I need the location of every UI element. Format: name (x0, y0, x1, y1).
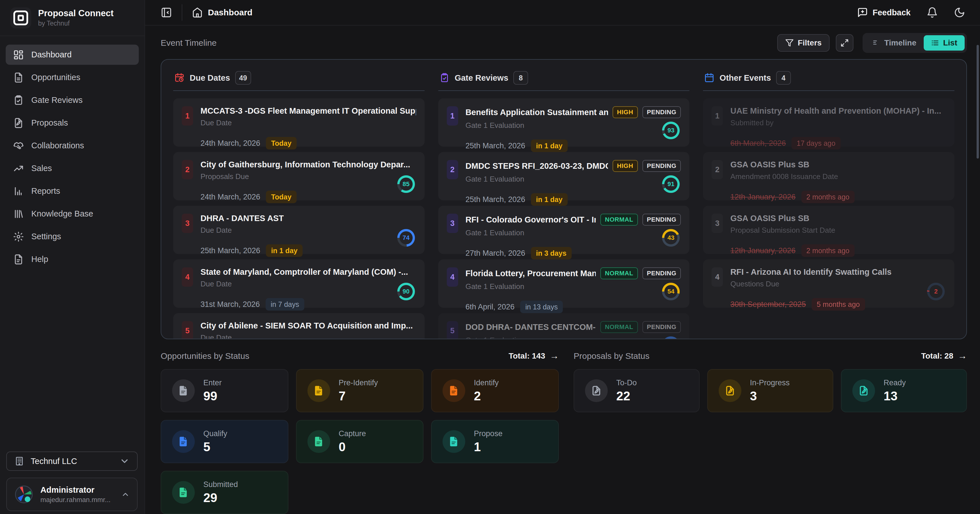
status-card-pre-identify[interactable]: Pre-Identify 7 (296, 369, 424, 412)
progress-ring: 54 (662, 283, 680, 300)
expand-button[interactable] (836, 34, 853, 52)
notifications-button[interactable] (926, 7, 938, 18)
gate-reviews-column: Gate Reviews 8 1 Benefits Application Su… (438, 65, 690, 339)
priority-badge: HIGH (612, 160, 638, 172)
sidebar-item-sales[interactable]: Sales (6, 158, 139, 178)
rank-badge: 2 (182, 160, 193, 179)
opportunities-total-link[interactable]: Total: 143 → (509, 351, 559, 361)
other-event-card[interactable]: 2 GSA OASIS Plus SB Amendment 0008 Issua… (703, 152, 955, 200)
calendar-icon (704, 73, 714, 83)
breadcrumb[interactable]: Dashboard (192, 7, 253, 18)
sidebar-item-help[interactable]: Help (6, 249, 139, 270)
status-card-in-progress[interactable]: In-Progress 3 (707, 369, 833, 412)
rank-badge: 4 (182, 267, 193, 287)
status-card-to-do[interactable]: To-Do 22 (574, 369, 700, 412)
sidebar-item-reports[interactable]: Reports (6, 181, 139, 201)
due-date-card[interactable]: 5 City of Abilene - SIEM SOAR TO Acquisi… (173, 313, 425, 339)
proposals-by-status-section: Proposals by Status Total: 28 → To-Do 22 (574, 351, 967, 514)
timeline-view-label: Timeline (884, 38, 916, 48)
page-scrollbar[interactable] (977, 45, 979, 159)
status-card-propose[interactable]: Propose 1 (431, 420, 559, 463)
status-badge: PENDING (643, 214, 681, 225)
other-event-card[interactable]: 3 GSA OASIS Plus SB Proposal Submission … (703, 206, 955, 254)
status-label: Identify (474, 379, 498, 387)
timeline-view-button[interactable]: Timeline (865, 35, 924, 51)
status-badge: PENDING (643, 321, 681, 333)
home-icon (192, 7, 203, 18)
due-dates-count-badge: 49 (235, 71, 251, 85)
event-title: DHRA - DANTES AST (200, 214, 416, 223)
status-value: 3 (750, 389, 790, 403)
chevron-down-icon (119, 456, 130, 466)
top-bar: Dashboard Feedback (145, 0, 980, 25)
feedback-button[interactable]: Feedback (857, 7, 911, 18)
filters-button[interactable]: Filters (777, 34, 830, 52)
proposals-total-link[interactable]: Total: 28 → (921, 351, 967, 361)
gate-review-card[interactable]: 4 Florida Lottery, Procurement Managemen… (438, 259, 690, 308)
progress-ring: 91 (662, 175, 680, 193)
document-icon (442, 379, 465, 402)
sidebar-item-proposals[interactable]: Proposals (6, 113, 139, 133)
gate-review-card[interactable]: 5 DOD DHRA- DANTES CENTCOM- AFRICOM ... … (438, 313, 690, 339)
due-date-card[interactable]: 1 MCCATS-3 -DGS Fleet Management IT Oper… (173, 98, 425, 147)
sidebar-item-knowledge-base[interactable]: Knowledge Base (6, 204, 139, 224)
due-date-card[interactable]: 4 State of Maryland, Comptroller of Mary… (173, 259, 425, 308)
app-root: Proposal Connect by Technuf Dashboard Op… (0, 0, 980, 514)
other-event-card[interactable]: 1 UAE Ministry of Health and Prevention … (703, 98, 955, 147)
event-subtitle: Gate 1 Evaluation (466, 336, 681, 339)
status-card-qualify[interactable]: Qualify 5 (161, 420, 288, 463)
gate-review-card[interactable]: 3 RFI - Colorado Governor's OIT - Inside… (438, 206, 690, 254)
event-title: GSA OASIS Plus SB (730, 214, 946, 223)
event-subtitle: Due Date (200, 226, 416, 235)
due-date-card[interactable]: 2 City of Gaithersburg, Information Tech… (173, 152, 425, 200)
sidebar-item-dashboard[interactable]: Dashboard (6, 44, 139, 65)
gate-review-card[interactable]: 1 Benefits Application Sustainment and I… (438, 98, 690, 147)
event-subtitle: Due Date (200, 333, 416, 339)
gate-review-card[interactable]: 2 DMDC STEPS RFI_2026-03-23, DMDC STEPS.… (438, 152, 690, 200)
opportunities-section-title: Opportunities by Status (161, 351, 250, 361)
sidebar-item-collaborations[interactable]: Collaborations (6, 135, 139, 156)
event-title: State of Maryland, Comptroller of Maryla… (200, 267, 416, 277)
due-badge: in 7 days (266, 298, 304, 311)
list-icon (931, 39, 939, 47)
sidebar-item-settings[interactable]: Settings (6, 227, 139, 247)
due-badge: in 1 day (531, 193, 568, 206)
other-event-card[interactable]: 4 RFI - Arizona AI to Identify Swatting … (703, 259, 955, 308)
progress-ring: 93 (662, 122, 680, 139)
list-view-button[interactable]: List (924, 35, 965, 51)
org-selector[interactable]: Technuf LLC (6, 452, 138, 471)
status-badge: PENDING (643, 267, 681, 279)
due-date-card[interactable]: 3 DHRA - DANTES AST Due Date 25th March,… (173, 206, 425, 254)
status-card-enter[interactable]: Enter 99 (161, 369, 288, 412)
library-icon (13, 209, 24, 219)
overdue-badge: 2 months ago (802, 244, 855, 257)
status-label: Qualify (203, 429, 227, 438)
theme-toggle-button[interactable] (954, 7, 965, 18)
other-events-title: Other Events (719, 73, 771, 82)
sidebar-collapse-button[interactable] (161, 7, 172, 18)
user-profile[interactable]: Administrator majedur.rahman.mmr... (6, 478, 138, 511)
status-label: Enter (203, 379, 222, 387)
sidebar-item-label: Gate Reviews (31, 95, 83, 105)
status-card-submitted[interactable]: Submitted 29 (161, 471, 288, 514)
status-label: Propose (474, 429, 503, 438)
opportunities-by-status-section: Opportunities by Status Total: 143 → Ent… (161, 351, 559, 514)
status-card-ready[interactable]: Ready 13 (841, 369, 967, 412)
sidebar-item-opportunities[interactable]: Opportunities (6, 67, 139, 87)
priority-badge: NORMAL (600, 321, 638, 333)
funnel-icon (785, 39, 794, 47)
event-date: 27th March, 2026 (466, 249, 525, 258)
proposals-total: Total: 28 (921, 352, 953, 360)
status-value: 22 (616, 389, 637, 403)
brand: Proposal Connect by Technuf (0, 0, 145, 36)
status-card-capture[interactable]: Capture 0 (296, 420, 424, 463)
status-value: 29 (203, 491, 238, 505)
rank-badge: 3 (711, 214, 723, 233)
due-dates-column: Due Dates 49 1 MCCATS-3 -DGS Fleet Manag… (173, 65, 425, 339)
sidebar-item-gate-reviews[interactable]: Gate Reviews (6, 90, 139, 110)
status-card-identify[interactable]: Identify 2 (431, 369, 559, 412)
document-icon (172, 379, 195, 402)
event-date: 12th January, 2026 (730, 246, 795, 255)
status-value: 7 (339, 389, 378, 403)
due-badge: in 1 day (531, 140, 568, 152)
